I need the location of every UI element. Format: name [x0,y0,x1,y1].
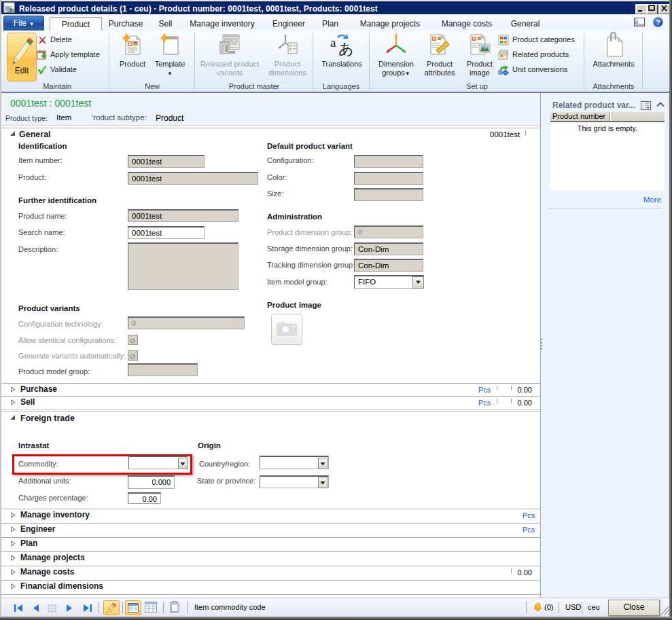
svg-text:あ: あ [338,40,354,57]
svg-text:?: ? [656,18,660,26]
svg-text:a: a [330,35,336,50]
